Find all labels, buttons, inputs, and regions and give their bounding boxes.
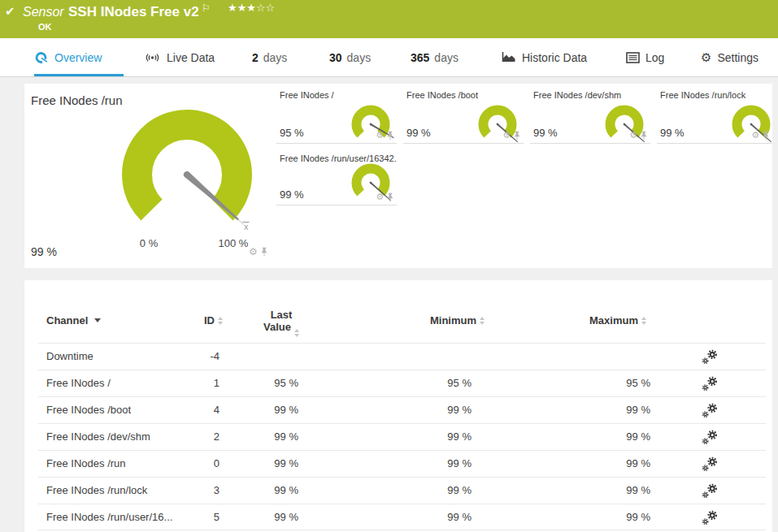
channel-name[interactable]: Free INodes /dev/shm — [46, 423, 150, 450]
gauge-value: 99 % — [406, 127, 431, 139]
channel-settings-icon[interactable] — [702, 403, 718, 418]
channel-maximum: 99 % — [569, 423, 650, 450]
channel-name[interactable]: Downtime — [46, 343, 93, 370]
table-row[interactable]: Free INodes /run 0 99 % 99 % 99 % — [24, 450, 772, 477]
channel-settings-icon[interactable] — [702, 510, 718, 526]
pin-icon[interactable] — [386, 131, 394, 141]
channels-table: Channel ID Last Value Minimum Maximum Do… — [24, 280, 772, 532]
gauge-tile: Free INodes /run/user/16342... 99 % ⚙ — [276, 153, 397, 205]
gauge-settings-icon[interactable]: ⚙ — [502, 130, 511, 141]
channel-settings-icon[interactable] — [702, 430, 718, 445]
gauge-value: 99 % — [533, 127, 558, 139]
channel-id: 2 — [154, 423, 219, 450]
col-header-id[interactable]: ID — [138, 314, 223, 327]
channel-minimum: 95 % — [390, 370, 472, 396]
gauge-settings-icon[interactable]: ⚙ — [751, 130, 759, 141]
channel-settings-icon[interactable] — [702, 376, 718, 391]
gauge-tile: Free INodes /dev/shm 99 % ⚙ — [530, 89, 650, 144]
svg-text:x: x — [244, 223, 248, 231]
channel-maximum: 99 % — [569, 504, 650, 530]
channel-name[interactable]: Free INodes /run/lock — [46, 477, 147, 504]
gauge-settings-icon[interactable]: ⚙ — [629, 130, 637, 141]
channel-id: 4 — [154, 396, 219, 423]
tab-label: Historic Data — [522, 51, 587, 64]
channel-id: 1 — [154, 370, 219, 396]
gauges-panel: Free INodes /run x 0 % 100 % 99 % ⚙ Free… — [24, 84, 772, 268]
average-marker: x — [243, 223, 250, 232]
sensor-header: ✔ Sensor SSH INodes Free v2 ⚐ ★★★☆☆ OK — [0, 0, 778, 38]
sort-icon — [480, 317, 485, 325]
table-row[interactable]: Downtime -4 — [24, 343, 772, 370]
object-kind-label: Sensor — [23, 5, 64, 19]
channel-last-value: 99 % — [228, 423, 298, 450]
tab-live-data[interactable]: Live Data — [144, 38, 215, 76]
pin-icon[interactable] — [260, 247, 268, 257]
status-check-icon: ✔ — [5, 4, 15, 19]
channel-maximum: 99 % — [569, 396, 650, 423]
tab-label: Live Data — [167, 51, 215, 64]
gauge-tile: Free INodes / 95 % ⚙ — [276, 89, 397, 144]
gauge-tile: Free INodes /run/lock 99 % ⚙ — [657, 89, 772, 144]
flag-icon[interactable]: ⚐ — [202, 2, 211, 14]
table-row[interactable]: Free INodes /boot 4 99 % 99 % 99 % — [24, 396, 772, 423]
channel-last-value: 95 % — [228, 370, 298, 396]
channel-minimum: 99 % — [390, 504, 472, 530]
tab-settings[interactable]: ⚙ Settings — [701, 38, 758, 76]
tab-30-days[interactable]: 30days — [329, 38, 371, 76]
table-row[interactable]: Free INodes /run/lock 3 99 % 99 % 99 % — [24, 477, 772, 504]
stars-filled[interactable]: ★★★ — [228, 2, 256, 14]
channel-minimum: 99 % — [390, 477, 472, 504]
table-row[interactable]: Free INodes / 1 95 % 95 % 95 % — [24, 370, 772, 396]
col-header-minimum[interactable]: Minimum — [390, 314, 485, 327]
gauge-tile: Free INodes /boot 99 % ⚙ — [403, 89, 524, 144]
channel-minimum: 99 % — [390, 450, 472, 477]
pin-icon[interactable] — [513, 131, 521, 141]
sensor-title: SSH INodes Free v2 — [68, 4, 199, 20]
channel-name[interactable]: Free INodes /run — [46, 450, 126, 477]
pin-icon[interactable] — [762, 131, 770, 141]
log-icon — [626, 52, 640, 63]
stars-empty[interactable]: ☆☆ — [256, 2, 275, 14]
col-header-maximum[interactable]: Maximum — [553, 314, 646, 327]
tab-label: Overview — [54, 51, 102, 64]
primary-gauge: x — [102, 93, 280, 256]
channel-minimum: 99 % — [390, 396, 472, 423]
channel-last-value: 99 % — [228, 504, 298, 530]
tab-bar: Overview Live Data 2days 30days 365days … — [0, 38, 778, 77]
col-header-channel[interactable]: Channel — [46, 314, 101, 327]
sort-icon — [294, 329, 299, 337]
channel-settings-icon[interactable] — [702, 483, 718, 499]
channel-name[interactable]: Free INodes / — [46, 370, 111, 396]
tab-2-days[interactable]: 2days — [252, 38, 287, 76]
tab-365-days[interactable]: 365days — [411, 38, 459, 76]
channel-name[interactable]: Free INodes /boot — [46, 396, 131, 423]
gauge-value: 95 % — [280, 127, 304, 139]
channel-settings-icon[interactable] — [702, 456, 718, 472]
priority-stars[interactable]: ★★★☆☆ — [228, 2, 275, 14]
table-row[interactable]: Free INodes /dev/shm 2 99 % 99 % 99 % — [24, 423, 772, 450]
channel-last-value: 99 % — [228, 450, 298, 477]
gauge-settings-icon[interactable]: ⚙ — [376, 192, 384, 202]
pin-icon[interactable] — [386, 192, 394, 202]
channel-id: -4 — [154, 343, 219, 370]
channel-maximum: 95 % — [569, 370, 650, 396]
sort-icon — [218, 317, 223, 325]
channel-maximum: 99 % — [569, 477, 650, 504]
live-data-icon — [144, 50, 161, 65]
pin-icon[interactable] — [640, 131, 648, 141]
primary-gauge-value: 99 % — [31, 245, 57, 258]
sort-desc-icon — [94, 318, 101, 322]
tab-historic-data[interactable]: Historic Data — [502, 38, 587, 76]
channel-id: 3 — [154, 477, 219, 504]
table-row[interactable]: Free INodes /run/user/16... 5 99 % 99 % … — [24, 504, 772, 530]
tab-overview[interactable]: Overview — [34, 38, 102, 76]
gauge-settings-icon[interactable]: ⚙ — [249, 246, 258, 257]
channel-id: 5 — [154, 504, 219, 530]
gauge — [725, 98, 778, 155]
channel-settings-icon[interactable] — [702, 349, 718, 365]
gauge-icon — [34, 50, 49, 65]
channel-last-value: 99 % — [228, 396, 298, 423]
gauge-settings-icon[interactable]: ⚙ — [376, 130, 384, 141]
tab-log[interactable]: Log — [626, 38, 664, 76]
col-header-last-value[interactable]: Last Value — [252, 309, 311, 337]
